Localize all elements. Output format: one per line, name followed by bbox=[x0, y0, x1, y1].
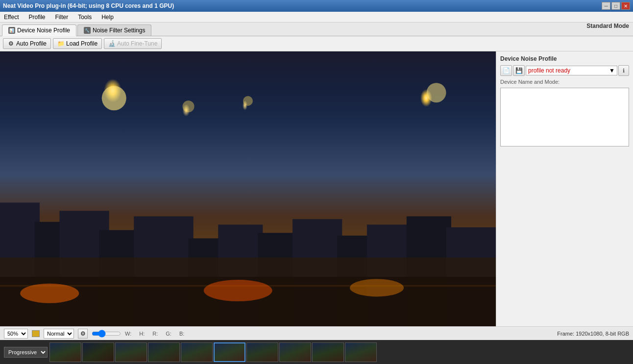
svg-point-18 bbox=[183, 100, 195, 112]
frame-info: Frame: 1920x1080, 8-bit RGB bbox=[557, 331, 629, 337]
svg-point-19 bbox=[243, 96, 253, 106]
device-name-input[interactable] bbox=[500, 88, 629, 146]
minimize-button[interactable]: ─ bbox=[602, 2, 610, 10]
load-profile-button[interactable]: 📁 Load Profile bbox=[53, 38, 102, 49]
menu-tools[interactable]: Tools bbox=[76, 13, 94, 22]
auto-profile-button[interactable]: ⚙ Auto Profile bbox=[3, 38, 51, 49]
load-profile-icon: 📁 bbox=[57, 40, 64, 47]
svg-rect-23 bbox=[0, 285, 496, 287]
menu-profile[interactable]: Profile bbox=[26, 13, 47, 22]
zoom-slider[interactable] bbox=[92, 330, 121, 337]
h-label: H: bbox=[139, 331, 145, 337]
mode-select[interactable]: Normal bbox=[44, 329, 74, 339]
window-title: Neat Video Pro plug-in (64-bit; using 8 … bbox=[3, 2, 174, 9]
video-panel bbox=[0, 51, 496, 326]
device-noise-icon: 📊 bbox=[8, 27, 15, 34]
right-panel: Device Noise Profile 📄 💾 profile not rea… bbox=[496, 51, 633, 326]
menu-filter[interactable]: Filter bbox=[53, 13, 70, 22]
noise-filter-icon: 🔧 bbox=[84, 27, 91, 34]
frame-thumb-4[interactable] bbox=[148, 342, 180, 362]
video-preview bbox=[0, 51, 496, 326]
w-label: W: bbox=[125, 331, 131, 337]
info-button[interactable]: ℹ bbox=[618, 65, 629, 76]
tab-noise-filter-settings[interactable]: 🔧 Noise Filter Settings bbox=[77, 24, 151, 36]
svg-point-16 bbox=[102, 86, 126, 110]
auto-fine-tune-button[interactable]: 🔬 Auto Fine-Tune bbox=[104, 38, 162, 49]
tabs-row: 📊 Device Noise Profile 🔧 Noise Filter Se… bbox=[0, 23, 633, 36]
menu-bar: Effect Profile Filter Tools Help Standar… bbox=[0, 12, 633, 23]
auto-fine-tune-icon: 🔬 bbox=[108, 40, 115, 47]
right-panel-title: Device Noise Profile bbox=[500, 55, 629, 62]
frame-thumb-6[interactable] bbox=[214, 342, 245, 362]
main-area: Device Noise Profile 📄 💾 profile not rea… bbox=[0, 51, 633, 326]
city-svg bbox=[0, 51, 496, 326]
g-label: G: bbox=[166, 331, 171, 337]
tab-label-device: Device Noise Profile bbox=[17, 27, 70, 34]
frame-thumb-9[interactable] bbox=[312, 342, 344, 362]
mode-label: Standard Mode bbox=[586, 23, 629, 29]
color-swatch bbox=[32, 330, 40, 337]
frame-thumb-8[interactable] bbox=[279, 342, 311, 362]
dropdown-arrow-icon: ▼ bbox=[609, 67, 615, 74]
r-label: R: bbox=[152, 331, 158, 337]
status-bar: 50% Normal ⚙ W: H: R: G: B: Frame: 1920x… bbox=[0, 326, 633, 340]
frame-thumb-2[interactable] bbox=[82, 342, 114, 362]
close-button[interactable]: ✕ bbox=[621, 2, 630, 10]
progressive-select[interactable]: Progressive bbox=[4, 347, 48, 358]
title-bar: Neat Video Pro plug-in (64-bit; using 8 … bbox=[0, 0, 633, 12]
settings-icon-button[interactable]: ⚙ bbox=[78, 329, 88, 339]
b-label: B: bbox=[179, 331, 184, 337]
frame-thumb-7[interactable] bbox=[246, 342, 278, 362]
zoom-select[interactable]: 50% bbox=[4, 329, 28, 339]
maximize-button[interactable]: □ bbox=[611, 2, 620, 10]
frame-thumb-10[interactable] bbox=[345, 342, 377, 362]
menu-help[interactable]: Help bbox=[99, 13, 116, 22]
filmstrip-frames bbox=[49, 342, 629, 362]
save-profile-button[interactable]: 💾 bbox=[513, 65, 525, 76]
device-name-label: Device Name and Mode: bbox=[500, 79, 629, 85]
new-profile-button[interactable]: 📄 bbox=[500, 65, 512, 76]
auto-profile-icon: ⚙ bbox=[7, 40, 14, 47]
wbr-labels: W: H: R: G: B: bbox=[125, 331, 184, 337]
svg-point-17 bbox=[427, 83, 446, 102]
tab-label-filter: Noise Filter Settings bbox=[93, 27, 145, 34]
filmstrip-bar: Progressive bbox=[0, 340, 633, 364]
profile-status-text: profile not ready bbox=[528, 67, 570, 74]
svg-point-22 bbox=[350, 279, 404, 296]
svg-point-21 bbox=[204, 280, 272, 301]
profile-toolbar: 📄 💾 profile not ready ▼ ℹ bbox=[500, 65, 629, 76]
menu-effect[interactable]: Effect bbox=[2, 13, 21, 22]
tab-device-noise-profile[interactable]: 📊 Device Noise Profile bbox=[2, 24, 76, 36]
frame-thumb-1[interactable] bbox=[49, 342, 81, 362]
window-controls: ─ □ ✕ bbox=[602, 2, 630, 10]
frame-thumb-5[interactable] bbox=[181, 342, 213, 362]
main-toolbar: ⚙ Auto Profile 📁 Load Profile 🔬 Auto Fin… bbox=[0, 36, 633, 51]
profile-dropdown[interactable]: profile not ready ▼ bbox=[526, 66, 617, 75]
frame-thumb-3[interactable] bbox=[115, 342, 147, 362]
